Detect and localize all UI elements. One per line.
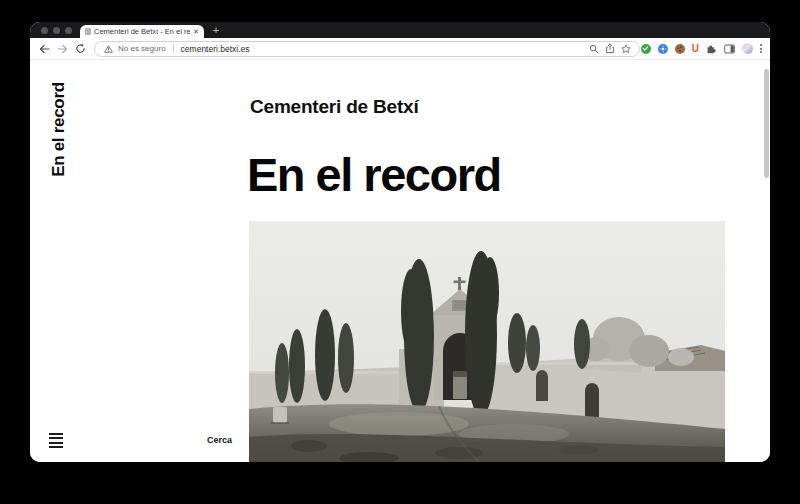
not-secure-warning-icon[interactable] xyxy=(102,43,114,55)
minimize-window-button[interactable] xyxy=(53,27,60,34)
blue-extension-icon[interactable] xyxy=(658,44,668,54)
cemetery-photo-illustration xyxy=(249,221,725,462)
kebab-menu-icon[interactable] xyxy=(760,44,762,53)
hamburger-menu-button[interactable] xyxy=(49,433,63,448)
browser-tab[interactable]: Cementeri de Betxí - En el reco ✕ xyxy=(80,25,204,38)
browser-toolbar: No es seguro cementeri.betxi.es xyxy=(30,38,770,60)
page-scrollbar[interactable] xyxy=(764,69,769,178)
reload-button[interactable] xyxy=(72,41,88,57)
profile-avatar[interactable] xyxy=(742,43,753,54)
share-icon[interactable] xyxy=(604,43,616,55)
search-link[interactable]: Cerca xyxy=(180,435,232,445)
green-extension-icon[interactable] xyxy=(641,44,651,54)
new-tab-button[interactable]: + xyxy=(209,23,223,37)
search-icon[interactable] xyxy=(588,43,600,55)
address-bar[interactable]: No es seguro cementeri.betxi.es xyxy=(94,41,640,57)
page-kicker: Cementeri de Betxí xyxy=(250,96,419,118)
chip-divider xyxy=(173,44,174,54)
zoom-window-button[interactable] xyxy=(65,27,72,34)
back-icon xyxy=(39,44,50,54)
ublock-extension-icon[interactable]: U xyxy=(692,44,699,54)
tab-close-icon[interactable]: ✕ xyxy=(193,28,199,35)
security-chip-text: No es seguro xyxy=(118,44,166,53)
vertical-site-title[interactable]: En el record xyxy=(50,70,67,190)
browser-window: Cementeri de Betxí - En el reco ✕ + xyxy=(30,22,770,462)
hamburger-menu-icon xyxy=(49,433,63,435)
forward-icon xyxy=(57,44,68,54)
tab-strip: Cementeri de Betxí - En el reco ✕ + xyxy=(30,22,770,38)
back-button[interactable] xyxy=(36,41,52,57)
side-panel-icon[interactable] xyxy=(724,44,735,54)
tab-title: Cementeri de Betxí - En el reco xyxy=(94,27,190,36)
puzzle-extensions-icon[interactable] xyxy=(706,43,717,54)
close-window-button[interactable] xyxy=(41,27,48,34)
extensions-row: U xyxy=(641,43,764,54)
reload-icon xyxy=(75,43,86,54)
tab-favicon-icon xyxy=(85,28,91,35)
window-controls xyxy=(41,22,72,38)
url-text: cementeri.betxi.es xyxy=(181,44,250,54)
forward-button[interactable] xyxy=(54,41,70,57)
page-title: En el record xyxy=(247,151,501,198)
cookie-extension-icon[interactable] xyxy=(675,44,685,54)
desktop-background: Cementeri de Betxí - En el reco ✕ + xyxy=(0,0,800,504)
bookmark-star-icon[interactable] xyxy=(620,43,632,55)
page-viewport: En el record Cementeri de Betxí En el re… xyxy=(30,60,770,462)
cemetery-photo xyxy=(249,221,725,462)
